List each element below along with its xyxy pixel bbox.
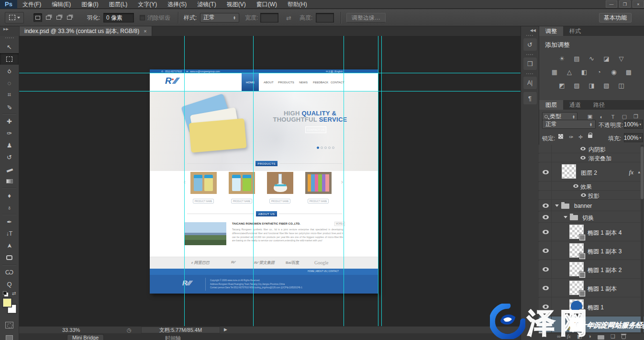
layer-effect-row[interactable]: 渐变叠加: [539, 154, 644, 162]
lock-all-icon[interactable]: [588, 132, 592, 139]
slider-dot[interactable]: [321, 147, 323, 149]
shape-layer-thumbnail[interactable]: [569, 243, 584, 258]
slider-dot[interactable]: [324, 147, 327, 149]
layer-row[interactable]: 椭圆 1 副本 4: [539, 223, 644, 241]
anti-alias-checkbox[interactable]: [140, 15, 145, 20]
menu-layer[interactable]: 图层(L): [104, 0, 133, 9]
link-layers-icon[interactable]: ∞: [557, 333, 561, 339]
layer-effect-row[interactable]: 投影: [539, 191, 644, 200]
toolbar-grip[interactable]: [5, 37, 14, 39]
selective-color-icon[interactable]: ◫: [616, 81, 627, 90]
nav-about[interactable]: ABOUT: [264, 81, 274, 84]
color-balance-icon[interactable]: △: [564, 68, 575, 76]
threshold-icon[interactable]: ◨: [586, 81, 598, 90]
layer-thumbnail[interactable]: [562, 164, 576, 179]
site-logo[interactable]: R●⁄⁄⁄: [165, 76, 177, 86]
gradient-map-icon[interactable]: ▧: [601, 81, 612, 90]
eraser-tool[interactable]: ▬: [0, 163, 19, 175]
photoshop-logo[interactable]: Ps: [0, 0, 17, 9]
footer-links[interactable]: HOME | ABOUT US | CONTACT: [308, 270, 339, 272]
layer-row[interactable]: 椭圆 1 副本: [539, 279, 644, 297]
brightness-contrast-icon[interactable]: ☀: [556, 55, 568, 63]
visibility-eye-icon[interactable]: [543, 249, 549, 253]
guide-vertical[interactable]: [344, 36, 344, 326]
visibility-eye-icon[interactable]: [543, 230, 549, 234]
slider-dots[interactable]: [317, 144, 336, 150]
intersect-selection-mode-button[interactable]: [65, 13, 74, 22]
guide-vertical[interactable]: [253, 36, 254, 326]
lock-pixels-icon[interactable]: ✑: [569, 134, 573, 140]
tab-adjustments[interactable]: 调整: [539, 26, 563, 36]
layer-group-row[interactable]: banner: [539, 200, 644, 211]
layers-scrollbar[interactable]: [641, 145, 644, 332]
tab-styles[interactable]: 样式: [563, 26, 587, 36]
nav-contact[interactable]: CONTACT: [331, 81, 344, 84]
partner-google[interactable]: Google: [314, 260, 328, 265]
visibility-eye-icon[interactable]: [543, 215, 549, 219]
quick-mask-button[interactable]: [0, 319, 19, 331]
layer-mask-icon[interactable]: ◧: [577, 333, 582, 340]
visibility-eye-icon[interactable]: [580, 156, 586, 159]
layer-style-icon[interactable]: fx: [567, 333, 571, 339]
new-selection-mode-button[interactable]: [33, 13, 42, 22]
lock-transparency-icon[interactable]: [558, 134, 563, 140]
lasso-tool[interactable]: σ: [0, 65, 19, 77]
visibility-eye-icon[interactable]: [580, 147, 586, 150]
foreground-color-swatch[interactable]: [2, 298, 12, 307]
default-colors-icon[interactable]: [3, 291, 7, 295]
visibility-eye-icon[interactable]: [581, 193, 586, 197]
about-image[interactable]: [184, 222, 226, 245]
guide-vertical[interactable]: [381, 36, 382, 326]
menu-select[interactable]: 选择(S): [162, 0, 192, 9]
product-image-3[interactable]: [267, 172, 293, 194]
exposure-icon[interactable]: ◪: [601, 55, 612, 63]
levels-icon[interactable]: ▤: [571, 55, 583, 63]
visibility-eye-icon[interactable]: [543, 322, 549, 327]
properties-panel-icon[interactable]: ❒: [523, 57, 537, 70]
visibility-eye-icon[interactable]: [573, 184, 578, 188]
subtract-selection-mode-button[interactable]: [55, 13, 63, 22]
group-expand-icon[interactable]: [564, 216, 567, 218]
path-selection-tool[interactable]: ➤: [0, 240, 19, 251]
clone-stamp-tool[interactable]: ♟: [0, 139, 19, 151]
hand-tool[interactable]: Ѡ: [0, 266, 19, 278]
clock-icon[interactable]: ◷: [127, 327, 132, 333]
workspace-button[interactable]: 基本功能: [599, 13, 632, 23]
layer-effect-row[interactable]: 效果: [539, 182, 644, 191]
delete-layer-icon[interactable]: [622, 335, 626, 339]
eyedropper-tool[interactable]: ✎: [0, 101, 19, 113]
hue-saturation-icon[interactable]: ▦: [549, 68, 560, 76]
fx-collapse-icon[interactable]: ▴: [638, 170, 640, 174]
lock-position-icon[interactable]: ✛: [578, 134, 583, 140]
guide-horizontal[interactable]: [19, 73, 521, 73]
product-name-button[interactable]: PRODUCT NAME: [231, 199, 252, 204]
toolbar-collapse-icon[interactable]: ▶▶: [0, 26, 19, 36]
zoom-level[interactable]: 33.33%: [62, 327, 80, 333]
crop-tool[interactable]: ⌗: [0, 89, 19, 101]
tab-channels[interactable]: 通道: [563, 100, 587, 110]
status-flyout-icon[interactable]: ▶: [224, 327, 227, 332]
ellipse-layer-thumbnail[interactable]: [569, 299, 584, 314]
minimize-button[interactable]: —: [606, 0, 617, 8]
adjustment-layer-icon[interactable]: ◑: [588, 333, 591, 339]
gradient-tool[interactable]: [0, 175, 19, 187]
visibility-eye-icon[interactable]: [543, 305, 549, 309]
shape-layer-thumbnail[interactable]: [569, 262, 584, 276]
restore-button[interactable]: ❐: [619, 0, 631, 8]
product-name-button[interactable]: PRODUCT NAME: [193, 199, 214, 204]
history-panel-icon[interactable]: ↺: [523, 38, 537, 51]
shape-tool[interactable]: [0, 252, 19, 263]
menu-help[interactable]: 帮助(H): [282, 0, 312, 9]
product-name-button[interactable]: PRODUCT NAME: [308, 199, 329, 204]
visibility-eye-icon[interactable]: [543, 267, 549, 272]
product-image-4[interactable]: [305, 172, 332, 194]
layer-row[interactable]: 椭圆 1 副本 2: [539, 261, 644, 279]
menu-filter[interactable]: 滤镜(T): [192, 0, 221, 9]
expand-panels-icon[interactable]: ◀◀: [521, 26, 539, 34]
nav-home[interactable]: HOME: [242, 73, 259, 91]
partner-rongwen-logo[interactable]: R⁄⁄: [231, 260, 235, 264]
history-brush-tool[interactable]: ↺: [0, 151, 19, 163]
tab-timeline[interactable]: 时间轴: [165, 335, 181, 340]
slider-dot[interactable]: [328, 147, 331, 149]
pen-tool[interactable]: ✒: [0, 216, 19, 227]
